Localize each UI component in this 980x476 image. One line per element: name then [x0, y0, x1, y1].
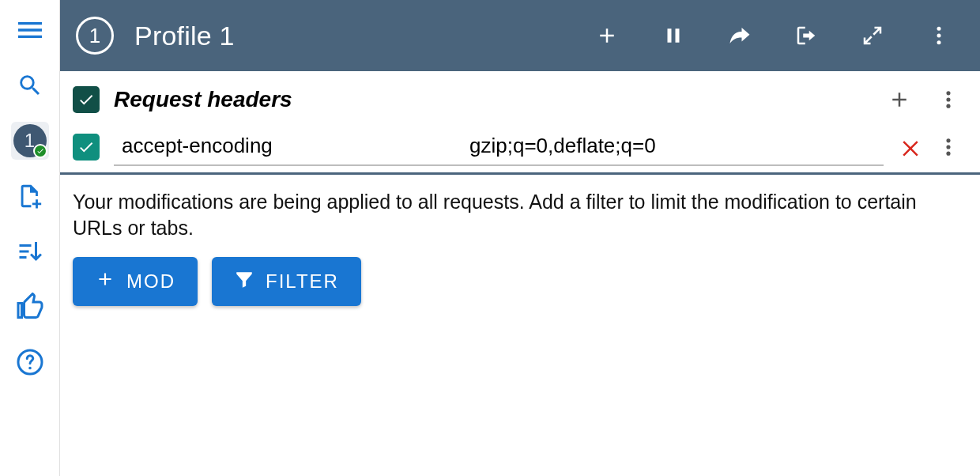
- like-button[interactable]: [11, 288, 49, 326]
- section-add-button[interactable]: [880, 81, 918, 119]
- import-button[interactable]: [781, 10, 831, 61]
- add-mod-label: MOD: [126, 270, 175, 293]
- svg-point-9: [946, 145, 950, 149]
- sidebar-profile-1[interactable]: 1: [11, 122, 49, 160]
- header-row-delete-button[interactable]: [891, 128, 929, 166]
- svg-point-5: [946, 91, 950, 95]
- section-toggle-checkbox[interactable]: [73, 86, 100, 113]
- svg-point-6: [946, 97, 950, 101]
- fullscreen-button[interactable]: [847, 10, 898, 61]
- add-button[interactable]: [582, 10, 632, 61]
- section-request-headers: Request headers: [60, 71, 980, 128]
- header-value-input[interactable]: [462, 129, 884, 163]
- header-name-input[interactable]: [114, 129, 462, 163]
- profile-active-check-icon: [33, 144, 47, 158]
- section-title: Request headers: [114, 87, 869, 112]
- sidebar: 1: [0, 0, 60, 476]
- add-filter-button[interactable]: FILTER: [212, 257, 361, 306]
- help-button[interactable]: [11, 343, 49, 381]
- content: Request headers: [60, 71, 980, 476]
- svg-point-10: [946, 152, 950, 156]
- section-more-button[interactable]: [929, 81, 967, 119]
- new-file-button[interactable]: [11, 177, 49, 215]
- pause-button[interactable]: [648, 10, 699, 61]
- add-filter-label: FILTER: [266, 270, 339, 293]
- share-button[interactable]: [714, 10, 765, 61]
- svg-point-3: [937, 34, 941, 38]
- header-row: [60, 128, 980, 175]
- plus-icon: [95, 269, 115, 294]
- svg-point-2: [937, 27, 941, 31]
- appbar-more-button[interactable]: [914, 10, 964, 61]
- appbar-profile-badge: 1: [76, 17, 114, 55]
- add-mod-button[interactable]: MOD: [73, 257, 198, 306]
- sort-button[interactable]: [11, 232, 49, 270]
- svg-point-8: [946, 138, 950, 142]
- header-row-checkbox[interactable]: [73, 134, 100, 161]
- appbar-profile-number: 1: [89, 24, 100, 48]
- page-title: Profile 1: [134, 21, 235, 51]
- search-button[interactable]: [11, 66, 49, 104]
- svg-point-7: [946, 104, 950, 108]
- filter-icon: [234, 269, 254, 294]
- svg-point-1: [28, 367, 32, 370]
- filter-hint-text: Your modifications are being applied to …: [60, 175, 980, 247]
- header-row-more-button[interactable]: [929, 128, 967, 166]
- app-bar: 1 Profile 1: [60, 0, 980, 71]
- action-button-row: MOD FILTER: [60, 247, 980, 315]
- svg-point-4: [937, 40, 941, 44]
- menu-button[interactable]: [11, 11, 49, 49]
